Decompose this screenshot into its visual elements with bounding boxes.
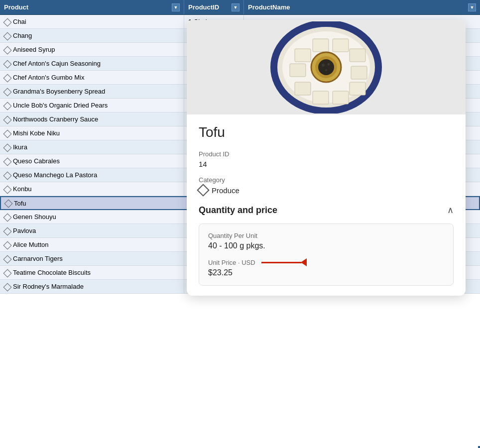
product-filter-dropdown[interactable]: ▼	[172, 3, 180, 11]
product-id-label: Product ID	[199, 150, 454, 158]
section-title: Quantity and price	[199, 205, 277, 216]
detail-panel: Tofu Product ID 14 Category Produce Quan…	[187, 20, 466, 296]
cell-product: Queso Cabrales	[0, 154, 184, 168]
cell-product: Tofu	[1, 197, 185, 209]
quantity-price-card: Quantity Per Unit 40 - 100 g pkgs. Unit …	[199, 224, 454, 286]
product-name: Konbu	[13, 185, 32, 193]
row-diamond-icon	[4, 19, 10, 25]
category-diamond-icon	[199, 186, 208, 195]
row-diamond-icon	[4, 144, 10, 150]
row-diamond-icon	[4, 33, 10, 39]
category-row: Produce	[199, 186, 454, 195]
cell-product: Chef Anton's Cajun Seasoning	[0, 57, 184, 70]
cell-product: Carnarvon Tigers	[0, 252, 184, 265]
cell-product: Grandma's Boysenberry Spread	[0, 85, 184, 98]
col-productid-header[interactable]: ProductID ▼	[184, 0, 244, 14]
product-name: Pavlova	[13, 227, 36, 234]
qty-value: 40 - 100 g pkgs.	[208, 241, 444, 250]
product-id-value: 14	[199, 160, 454, 168]
cell-product: Mishi Kobe Niku	[0, 126, 184, 140]
cell-product: Chang	[0, 29, 184, 42]
product-name: Chef Anton's Gumbo Mix	[13, 74, 84, 81]
row-diamond-icon	[4, 256, 10, 262]
product-image	[187, 20, 466, 114]
row-diamond-icon	[4, 103, 10, 109]
product-title: Tofu	[199, 124, 454, 140]
detail-content: Tofu Product ID 14 Category Produce Quan…	[187, 114, 466, 296]
product-name: Teatime Chocolate Biscuits	[13, 269, 91, 276]
row-diamond-icon	[4, 270, 10, 276]
category-label: Category	[199, 176, 454, 184]
svg-point-16	[322, 64, 325, 67]
product-name: Chef Anton's Cajun Seasoning	[13, 60, 101, 67]
product-name: Uncle Bob's Organic Dried Pears	[13, 102, 108, 109]
svg-point-15	[318, 59, 334, 75]
svg-rect-12	[290, 64, 306, 77]
product-name: Northwoods Cranberry Sauce	[13, 115, 98, 123]
row-diamond-icon	[4, 130, 10, 136]
col-productname-header[interactable]: ProductName ▼	[244, 0, 480, 14]
col-productid-label: ProductID	[188, 3, 219, 11]
row-diamond-icon	[4, 242, 10, 248]
section-header: Quantity and price ∧	[199, 205, 454, 217]
table-header: Product ▼ ProductID ▼ ProductName ▼	[0, 0, 480, 15]
product-name: Queso Manchego La Pastora	[13, 171, 97, 179]
row-diamond-icon	[4, 186, 10, 192]
price-label: Unit Price · USD	[208, 259, 255, 266]
row-diamond-icon	[4, 75, 10, 81]
svg-rect-3	[295, 49, 311, 62]
price-row: Unit Price · USD	[208, 258, 444, 266]
price-arrow-annotation	[261, 258, 307, 266]
svg-point-18	[325, 69, 327, 71]
qty-label: Quantity Per Unit	[208, 232, 444, 239]
product-name: Chai	[13, 18, 26, 25]
row-diamond-icon	[4, 172, 10, 178]
arrow-shaft	[261, 262, 301, 263]
cell-product: Northwoods Cranberry Sauce	[0, 112, 184, 126]
cell-product: Pavlova	[0, 224, 184, 237]
productid-filter-dropdown[interactable]: ▼	[232, 3, 240, 11]
category-value: Produce	[212, 186, 240, 195]
product-name: Genen Shouyu	[13, 213, 56, 221]
col-product-header[interactable]: Product ▼	[0, 0, 184, 14]
row-diamond-icon	[4, 47, 10, 53]
svg-rect-10	[313, 91, 329, 104]
cell-product: Chef Anton's Gumbo Mix	[0, 71, 184, 84]
section-chevron-icon[interactable]: ∧	[447, 205, 454, 216]
product-name: Tofu	[14, 200, 26, 207]
cell-product: Sir Rodney's Marmalade	[0, 280, 184, 293]
row-diamond-icon	[4, 284, 10, 290]
cell-product: Chai	[0, 15, 184, 28]
productname-filter-dropdown[interactable]: ▼	[468, 3, 476, 11]
product-name: Queso Cabrales	[13, 157, 60, 165]
row-diamond-icon	[4, 61, 10, 67]
svg-rect-4	[313, 39, 329, 52]
product-name: Ikura	[13, 143, 27, 151]
cell-product: Genen Shouyu	[0, 210, 184, 224]
cell-product: Queso Manchego La Pastora	[0, 168, 184, 182]
product-name: Mishi Kobe Niku	[13, 129, 60, 137]
price-value: $23.25	[208, 268, 444, 277]
arrow-head-icon	[301, 258, 307, 266]
row-diamond-icon	[4, 116, 10, 122]
svg-rect-5	[333, 39, 349, 52]
cell-product: Teatime Chocolate Biscuits	[0, 266, 184, 279]
row-diamond-icon	[5, 200, 11, 206]
svg-rect-11	[295, 82, 311, 95]
svg-rect-9	[333, 91, 349, 104]
col-product-label: Product	[4, 3, 28, 11]
product-name: Chang	[13, 32, 32, 39]
product-name: Grandma's Boysenberry Spread	[13, 88, 105, 95]
product-name: Alice Mutton	[13, 241, 49, 248]
cell-product: Uncle Bob's Organic Dried Pears	[0, 99, 184, 112]
row-diamond-icon	[4, 158, 10, 164]
svg-rect-6	[350, 49, 365, 62]
cell-product: Ikura	[0, 140, 184, 154]
product-name: Aniseed Syrup	[13, 46, 55, 53]
svg-rect-8	[350, 82, 365, 95]
row-diamond-icon	[4, 89, 10, 95]
product-name: Carnarvon Tigers	[13, 255, 63, 262]
svg-rect-7	[351, 66, 367, 79]
row-diamond-icon	[4, 228, 10, 234]
resize-handle[interactable]	[478, 446, 480, 448]
